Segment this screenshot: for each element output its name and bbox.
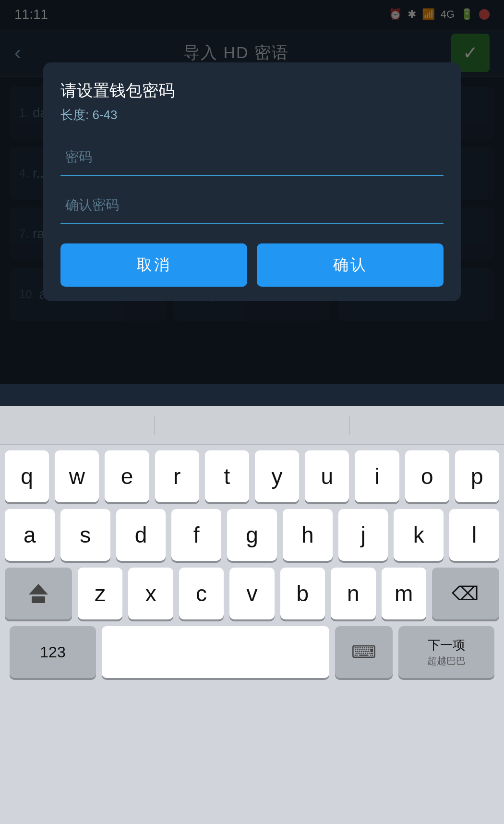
key-j[interactable]: j [338,509,388,561]
key-t[interactable]: t [205,450,249,502]
key-row-3: zxcvbnm⌫ [5,568,499,619]
key-l[interactable]: l [449,509,499,561]
key-o[interactable]: o [405,450,449,502]
suggestion-divider-1 [155,416,155,435]
key-h[interactable]: h [283,509,333,561]
keyboard: qwertyuiop asdfghjkl zxcvbnm⌫ 123⌨下一项超越巴… [0,445,504,678]
key-i[interactable]: i [355,450,399,502]
password-dialog: 请设置钱包密码 长度: 6-43 取消 确认 [43,62,461,301]
key-c[interactable]: c [179,568,224,619]
shift-key[interactable] [5,568,72,619]
key-f[interactable]: f [171,509,221,561]
key-n[interactable]: n [331,568,375,619]
dialog-title: 请设置钱包密码 [60,80,444,102]
key-z[interactable]: z [78,568,122,619]
key-r[interactable]: r [155,450,199,502]
key-b[interactable]: b [280,568,325,619]
cancel-button[interactable]: 取消 [60,243,247,287]
confirm-password-input[interactable] [60,186,444,224]
key-row-1: qwertyuiop [5,450,499,502]
key-v[interactable]: v [229,568,274,619]
dialog-subtitle: 长度: 6-43 [60,107,444,123]
key-e[interactable]: e [105,450,149,502]
key-a[interactable]: a [5,509,55,561]
next-key[interactable]: 下一项超越巴巴 [398,626,494,678]
key-u[interactable]: u [305,450,349,502]
space-key[interactable] [102,626,329,678]
key-w[interactable]: w [55,450,99,502]
key-s[interactable]: s [60,509,110,561]
key-d[interactable]: d [116,509,166,561]
dialog-button-row: 取消 确认 [60,243,444,287]
key-m[interactable]: m [382,568,426,619]
key-x[interactable]: x [128,568,173,619]
key-g[interactable]: g [227,509,277,561]
suggestion-divider-2 [349,416,349,435]
dialog-confirm-button[interactable]: 确认 [257,243,444,287]
backspace-key[interactable]: ⌫ [432,568,499,619]
keyboard-area: qwertyuiop asdfghjkl zxcvbnm⌫ 123⌨下一项超越巴… [0,406,504,824]
key-row-2: asdfghjkl [5,509,499,561]
key-row-bottom: 123⌨下一项超越巴巴 [5,626,499,678]
key-y[interactable]: y [255,450,299,502]
password-input[interactable] [60,138,444,176]
key-k[interactable]: k [394,509,444,561]
key-p[interactable]: p [455,450,499,502]
keyboard-suggestions [0,406,504,445]
key-q[interactable]: q [5,450,49,502]
num-key[interactable]: 123 [10,626,96,678]
keyboard-hide-key[interactable]: ⌨ [335,626,393,678]
